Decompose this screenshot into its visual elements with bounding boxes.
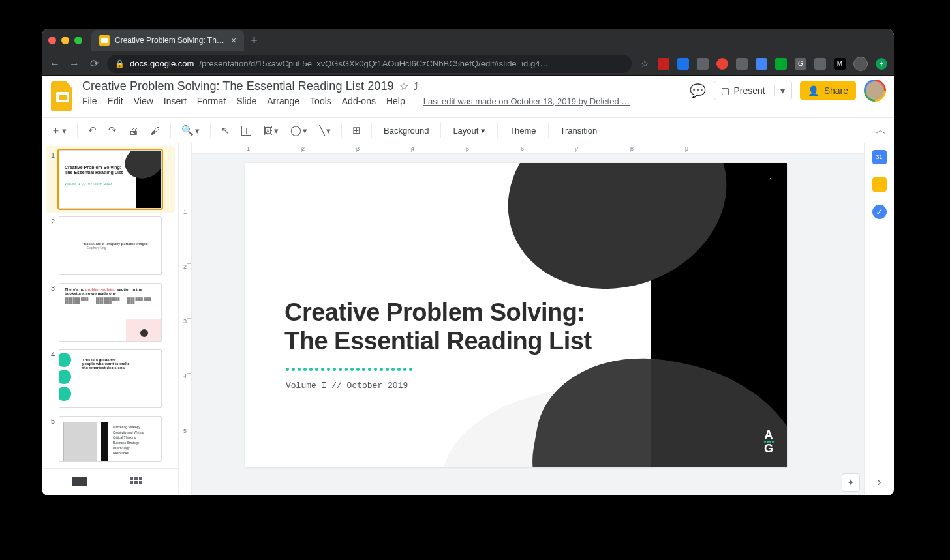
slide-title-text[interactable]: Creative Problem Solving:The Essential R… — [284, 299, 592, 355]
slide-thumb-4[interactable]: 4 This is a guide forpeople who want to … — [46, 346, 175, 412]
line-tool-icon[interactable]: ╲▾ — [315, 122, 335, 139]
menu-help[interactable]: Help — [386, 96, 405, 106]
vertical-ruler: 1 2 3 4 5 — [179, 143, 192, 495]
browser-chrome: Creative Problem Solving: The E × + ← → … — [42, 29, 894, 76]
extension-icon[interactable] — [658, 58, 669, 70]
select-tool-icon[interactable]: ↖ — [217, 122, 234, 139]
last-edit-link[interactable]: Last edit was made on October 18, 2019 b… — [423, 96, 630, 106]
menu-insert[interactable]: Insert — [164, 96, 187, 106]
print-icon[interactable]: 🖨 — [125, 123, 142, 139]
slide-canvas[interactable]: 1 Creative Problem Solving:The Essential… — [245, 163, 787, 467]
url-bar[interactable]: 🔒 docs.google.com /presentation/d/15xawC… — [107, 55, 632, 73]
image-tool-icon[interactable]: 🖼▾ — [259, 123, 283, 139]
extension-icon[interactable] — [775, 58, 787, 70]
share-person-icon: 👤 — [808, 85, 819, 96]
browser-tab[interactable]: Creative Problem Solving: The E × — [91, 30, 244, 51]
toolbar: ＋▾ ↶ ↷ 🖨 🖌 🔍▾ ↖ 🅃 🖼▾ ◯▾ ╲▾ ⊞ Background … — [42, 117, 894, 143]
shape-tool-icon[interactable]: ◯▾ — [286, 122, 311, 139]
url-path: /presentation/d/15xawCpuL5e_xvQGsGXk0gQt… — [199, 59, 548, 68]
paint-format-icon[interactable]: 🖌 — [146, 123, 164, 139]
menu-format[interactable]: Format — [197, 96, 226, 106]
grid-view-icon[interactable] — [130, 477, 146, 488]
move-icon[interactable]: ⤴ — [414, 81, 419, 93]
undo-icon[interactable]: ↶ — [84, 122, 100, 139]
profile-avatar-icon[interactable] — [853, 57, 868, 71]
thumbnail[interactable]: Marketing StrategyCreativity and Writing… — [59, 416, 162, 462]
background-button[interactable]: Background — [378, 126, 434, 136]
share-button[interactable]: 👤 Share — [800, 81, 856, 100]
expand-sidepanel-icon[interactable]: › — [878, 475, 881, 489]
slides-favicon-icon — [99, 35, 110, 46]
tab-strip: Creative Problem Solving: The E × + — [42, 29, 894, 52]
account-avatar[interactable] — [864, 80, 886, 102]
tasks-addon-icon[interactable]: ✓ — [872, 205, 887, 219]
transition-button[interactable]: Transition — [555, 126, 603, 136]
extensions-row: G M + — [658, 57, 887, 71]
share-label: Share — [824, 85, 848, 96]
collapse-toolbar-icon[interactable]: ︿ — [876, 124, 889, 138]
menu-view[interactable]: View — [134, 96, 153, 106]
textbox-tool-icon[interactable]: 🅃 — [238, 123, 255, 139]
thumbnail[interactable]: There's no problem-solving section in th… — [59, 283, 162, 342]
keep-addon-icon[interactable] — [872, 177, 887, 192]
present-button[interactable]: ▢ Present ▾ — [714, 81, 791, 100]
close-window-button[interactable] — [48, 37, 56, 44]
extension-icon[interactable] — [814, 58, 826, 70]
tab-title: Creative Problem Solving: The E — [115, 36, 226, 45]
lock-icon: 🔒 — [115, 59, 125, 68]
new-slide-button[interactable]: ＋▾ — [47, 122, 70, 140]
present-dropdown-icon[interactable]: ▾ — [774, 85, 785, 96]
present-label: Present — [733, 85, 765, 96]
star-bookmark-icon[interactable]: ☆ — [638, 57, 651, 70]
theme-button[interactable]: Theme — [504, 126, 541, 136]
redo-icon[interactable]: ↷ — [104, 122, 121, 139]
slide-thumb-2[interactable]: 2 "Books are a uniquely portable magic."… — [46, 213, 175, 279]
filmstrip[interactable]: 1 Creative Problem Solving:The Essential… — [42, 143, 179, 468]
extension-icon[interactable] — [756, 58, 767, 70]
extension-icon[interactable] — [716, 58, 728, 70]
back-icon[interactable]: ← — [48, 58, 61, 70]
extension-icon[interactable] — [736, 58, 748, 70]
slide-thumb-5[interactable]: 5 Marketing StrategyCreativity and Writi… — [46, 412, 175, 465]
document-title[interactable]: Creative Problem Solving: The Essential … — [82, 80, 394, 93]
menu-arrange[interactable]: Arrange — [267, 96, 299, 106]
extension-icon[interactable] — [677, 58, 689, 70]
present-icon: ▢ — [721, 85, 729, 96]
thumbnail[interactable]: This is a guide forpeople who want to ma… — [59, 349, 162, 408]
extension-icon[interactable] — [697, 58, 709, 70]
layout-button[interactable]: Layout ▾ — [448, 126, 491, 136]
comments-icon[interactable]: 💬 — [690, 83, 706, 98]
extension-icon[interactable]: G — [795, 58, 806, 70]
minimize-window-button[interactable] — [61, 37, 69, 44]
menu-slide[interactable]: Slide — [236, 96, 256, 106]
calendar-addon-icon[interactable]: 31 — [872, 150, 887, 164]
slide-thumb-1[interactable]: 1 Creative Problem Solving:The Essential… — [46, 146, 175, 213]
zoom-icon[interactable]: 🔍▾ — [177, 122, 204, 139]
profile-badge-icon[interactable]: + — [876, 58, 887, 70]
forward-icon[interactable]: → — [68, 58, 81, 70]
canvas-area[interactable]: 1 2 3 4 5 12 34 56 78 9 — [179, 143, 864, 495]
close-tab-icon[interactable]: × — [231, 35, 236, 46]
menu-file[interactable]: File — [82, 96, 97, 106]
maximize-window-button[interactable] — [74, 37, 82, 44]
reload-icon[interactable]: ⟳ — [87, 57, 100, 70]
filmstrip-view-icon[interactable] — [74, 477, 90, 488]
menu-edit[interactable]: Edit — [108, 96, 123, 106]
thumbnail[interactable]: Creative Problem Solving:The Essential R… — [59, 150, 162, 209]
menu-addons[interactable]: Add-ons — [342, 96, 376, 106]
new-tab-button[interactable]: + — [251, 34, 258, 48]
star-icon[interactable]: ☆ — [399, 80, 408, 93]
explore-button[interactable]: ✦ — [842, 473, 860, 492]
window-controls[interactable] — [48, 37, 82, 44]
accent-dots — [286, 368, 412, 371]
header-actions: 💬 ▢ Present ▾ 👤 Share — [690, 80, 886, 102]
slide-page-number: 1 — [769, 177, 773, 184]
slides-logo-icon[interactable] — [50, 80, 76, 113]
horizontal-ruler: 12 34 56 78 9 — [192, 143, 864, 154]
extension-icon[interactable]: M — [834, 58, 846, 70]
comment-tool-icon[interactable]: ⊞ — [348, 122, 365, 139]
slide-subtitle-text[interactable]: Volume I // October 2019 — [286, 381, 408, 391]
slide-thumb-3[interactable]: 3 There's no problem-solving section in … — [46, 279, 175, 346]
thumbnail[interactable]: "Books are a uniquely portable magic."— … — [59, 216, 162, 275]
menu-tools[interactable]: Tools — [310, 96, 331, 106]
